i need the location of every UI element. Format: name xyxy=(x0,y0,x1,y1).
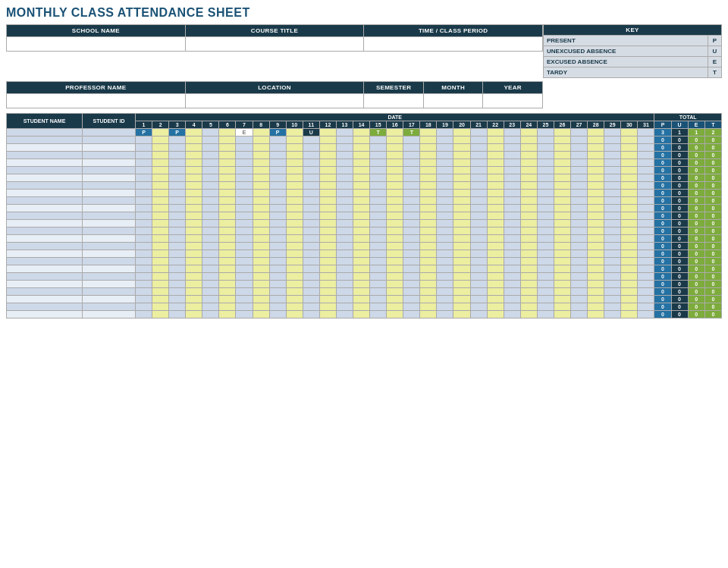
date-cell-20[interactable] xyxy=(453,182,470,190)
date-cell-17[interactable] xyxy=(403,220,420,228)
date-cell-16[interactable] xyxy=(387,174,403,182)
date-cell-23[interactable] xyxy=(504,167,520,174)
date-cell-27[interactable] xyxy=(571,220,588,228)
date-cell-12[interactable] xyxy=(319,212,336,220)
date-cell-11[interactable] xyxy=(303,152,319,159)
date-cell-26[interactable] xyxy=(554,129,570,137)
date-cell-6[interactable] xyxy=(219,137,236,144)
date-cell-7[interactable] xyxy=(236,197,253,205)
date-cell-26[interactable] xyxy=(554,220,570,228)
month-input[interactable] xyxy=(424,94,483,108)
date-cell-15[interactable] xyxy=(370,288,387,296)
date-cell-10[interactable] xyxy=(286,152,303,159)
date-cell-15[interactable] xyxy=(370,250,387,258)
date-cell-21[interactable] xyxy=(470,144,487,152)
date-cell-22[interactable] xyxy=(487,174,504,182)
date-cell-19[interactable] xyxy=(437,159,453,167)
student-id-cell[interactable] xyxy=(83,190,136,197)
student-name-cell[interactable] xyxy=(7,235,83,243)
date-cell-31[interactable] xyxy=(638,174,654,182)
date-cell-3[interactable] xyxy=(169,296,186,303)
date-cell-11[interactable] xyxy=(303,258,319,265)
student-id-cell[interactable] xyxy=(83,273,136,281)
date-cell-31[interactable] xyxy=(638,129,654,137)
date-cell-18[interactable] xyxy=(420,273,437,281)
date-cell-12[interactable] xyxy=(319,228,336,235)
date-cell-24[interactable] xyxy=(520,235,537,243)
date-cell-25[interactable] xyxy=(537,190,554,197)
date-cell-11[interactable] xyxy=(303,212,319,220)
date-cell-17[interactable] xyxy=(403,288,420,296)
date-cell-31[interactable] xyxy=(638,220,654,228)
date-cell-10[interactable] xyxy=(286,303,303,311)
date-cell-13[interactable] xyxy=(336,205,353,212)
date-cell-11[interactable] xyxy=(303,174,319,182)
date-cell-14[interactable] xyxy=(353,265,370,273)
date-cell-1[interactable] xyxy=(136,311,152,319)
date-cell-17[interactable] xyxy=(403,311,420,319)
date-cell-23[interactable] xyxy=(504,129,520,137)
date-cell-15[interactable] xyxy=(370,190,387,197)
student-id-cell[interactable] xyxy=(83,228,136,235)
date-cell-18[interactable] xyxy=(420,288,437,296)
date-cell-16[interactable] xyxy=(387,281,403,288)
date-cell-22[interactable] xyxy=(487,152,504,159)
date-cell-30[interactable] xyxy=(621,296,638,303)
date-cell-26[interactable] xyxy=(554,197,570,205)
date-cell-7[interactable] xyxy=(236,182,253,190)
date-cell-24[interactable] xyxy=(520,152,537,159)
student-id-cell[interactable] xyxy=(83,174,136,182)
date-cell-27[interactable] xyxy=(571,182,588,190)
date-cell-7[interactable] xyxy=(236,296,253,303)
date-cell-29[interactable] xyxy=(604,174,621,182)
date-cell-3[interactable] xyxy=(169,167,186,174)
date-cell-12[interactable] xyxy=(319,235,336,243)
date-cell-21[interactable] xyxy=(470,258,487,265)
date-cell-22[interactable] xyxy=(487,250,504,258)
date-cell-1[interactable]: P xyxy=(136,129,152,137)
date-cell-14[interactable] xyxy=(353,303,370,311)
date-cell-22[interactable] xyxy=(487,265,504,273)
date-cell-17[interactable] xyxy=(403,212,420,220)
date-cell-14[interactable] xyxy=(353,129,370,137)
date-cell-2[interactable] xyxy=(152,258,169,265)
date-cell-25[interactable] xyxy=(537,258,554,265)
date-cell-18[interactable] xyxy=(420,144,437,152)
date-cell-15[interactable] xyxy=(370,258,387,265)
semester-input[interactable] xyxy=(364,94,423,108)
date-cell-17[interactable] xyxy=(403,182,420,190)
date-cell-5[interactable] xyxy=(202,197,219,205)
student-id-cell[interactable] xyxy=(83,167,136,174)
date-cell-2[interactable] xyxy=(152,281,169,288)
student-name-cell[interactable] xyxy=(7,152,83,159)
student-name-cell[interactable] xyxy=(7,197,83,205)
date-cell-11[interactable] xyxy=(303,220,319,228)
date-cell-4[interactable] xyxy=(186,235,202,243)
date-cell-12[interactable] xyxy=(319,144,336,152)
date-cell-10[interactable] xyxy=(286,174,303,182)
date-cell-17[interactable] xyxy=(403,235,420,243)
date-cell-25[interactable] xyxy=(537,235,554,243)
date-cell-2[interactable] xyxy=(152,311,169,319)
student-name-cell[interactable] xyxy=(7,129,83,137)
date-cell-28[interactable] xyxy=(588,220,604,228)
date-cell-8[interactable] xyxy=(253,220,269,228)
date-cell-14[interactable] xyxy=(353,212,370,220)
date-cell-6[interactable] xyxy=(219,265,236,273)
student-name-cell[interactable] xyxy=(7,273,83,281)
date-cell-6[interactable] xyxy=(219,129,236,137)
date-cell-29[interactable] xyxy=(604,137,621,144)
date-cell-19[interactable] xyxy=(437,129,453,137)
date-cell-7[interactable] xyxy=(236,311,253,319)
date-cell-11[interactable] xyxy=(303,273,319,281)
date-cell-8[interactable] xyxy=(253,250,269,258)
date-cell-16[interactable] xyxy=(387,197,403,205)
date-cell-14[interactable] xyxy=(353,182,370,190)
date-cell-31[interactable] xyxy=(638,212,654,220)
date-cell-24[interactable] xyxy=(520,243,537,250)
date-cell-29[interactable] xyxy=(604,220,621,228)
date-cell-3[interactable] xyxy=(169,303,186,311)
date-cell-28[interactable] xyxy=(588,296,604,303)
date-cell-10[interactable] xyxy=(286,311,303,319)
date-cell-3[interactable]: P xyxy=(169,129,186,137)
